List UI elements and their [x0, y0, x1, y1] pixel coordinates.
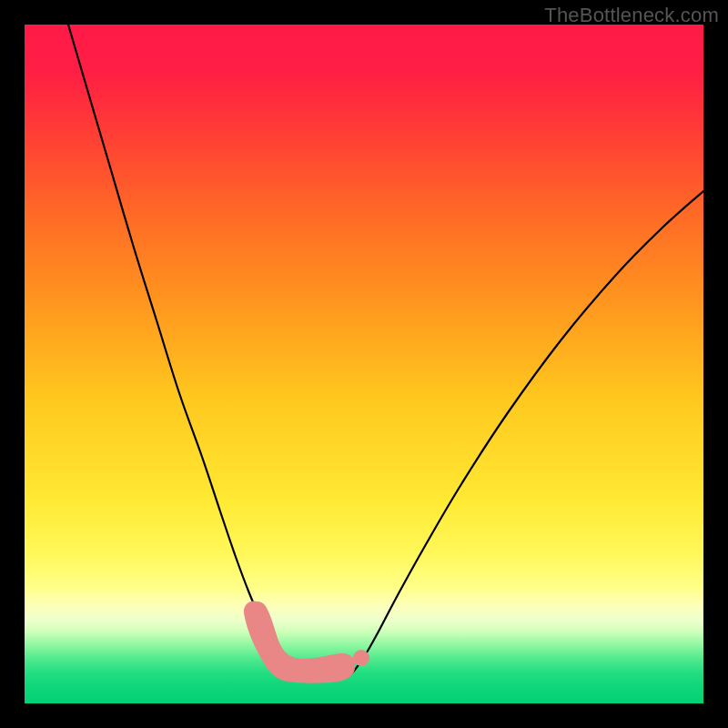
watermark-text: TheBottleneck.com — [544, 4, 719, 27]
chart-frame — [25, 25, 703, 703]
right-dot-marker — [353, 650, 369, 666]
bottleneck-chart — [25, 25, 703, 703]
gradient-background — [25, 25, 703, 703]
